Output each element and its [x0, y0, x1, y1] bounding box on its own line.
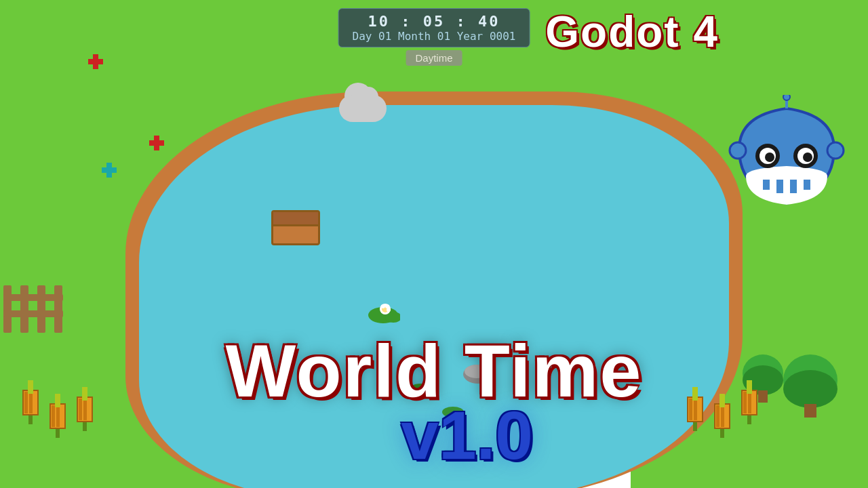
svg-rect-40	[3, 294, 63, 301]
svg-point-59	[803, 152, 812, 162]
chest	[271, 210, 320, 245]
svg-rect-22	[716, 405, 719, 427]
corn-right-3	[685, 384, 705, 441]
svg-rect-29	[692, 387, 698, 401]
svg-rect-39	[54, 285, 62, 333]
svg-rect-38	[37, 285, 45, 333]
svg-rect-2	[24, 392, 28, 413]
fence	[0, 282, 81, 339]
svg-rect-36	[3, 285, 12, 333]
svg-point-60	[783, 95, 790, 100]
svg-rect-13	[83, 399, 87, 420]
svg-point-46	[381, 304, 385, 308]
daytime-badge: Daytime	[406, 50, 462, 66]
svg-rect-12	[79, 399, 82, 420]
svg-point-61	[730, 142, 746, 159]
corn-left-2	[47, 390, 68, 447]
cloud-body	[339, 95, 387, 122]
time-text: 10 : 05 : 40	[353, 13, 516, 30]
svg-rect-35	[758, 390, 768, 403]
svg-point-31	[783, 370, 837, 408]
svg-point-62	[827, 142, 844, 159]
svg-rect-37	[20, 285, 28, 333]
svg-rect-32	[804, 404, 816, 418]
godot-title: Godot 4	[545, 7, 719, 57]
red-cross-1	[88, 54, 103, 69]
time-box: 10 : 05 : 40 Day 01 Month 01 Year 0001	[338, 8, 530, 47]
lily-pad	[366, 291, 400, 328]
svg-rect-17	[743, 392, 747, 413]
cloud	[339, 95, 387, 122]
svg-rect-9	[55, 394, 60, 407]
date-text: Day 01 Month 01 Year 0001	[353, 30, 516, 43]
teal-cross-1	[102, 163, 117, 178]
red-cross-2	[149, 136, 164, 150]
corn-left-1	[20, 377, 41, 434]
svg-point-48	[387, 308, 391, 312]
svg-rect-3	[29, 392, 33, 413]
corn-right-1	[739, 377, 760, 434]
svg-rect-24	[719, 394, 725, 407]
tree-right-1	[780, 350, 841, 420]
svg-rect-18	[748, 392, 751, 413]
svg-rect-8	[56, 405, 60, 427]
godot-logo	[726, 95, 848, 217]
hud-time-display: 10 : 05 : 40 Day 01 Month 01 Year 0001 D…	[338, 8, 530, 66]
svg-rect-7	[52, 405, 55, 427]
game-canvas: 10 : 05 : 40 Day 01 Month 01 Year 0001 D…	[0, 0, 868, 488]
svg-rect-4	[28, 380, 33, 394]
svg-rect-28	[694, 399, 697, 420]
svg-rect-27	[689, 399, 692, 420]
svg-point-58	[765, 152, 774, 162]
svg-rect-14	[82, 387, 87, 401]
svg-rect-41	[3, 310, 63, 317]
corn-right-2	[712, 390, 732, 447]
corn-left-3	[75, 384, 95, 441]
version-label: v1.0	[401, 396, 533, 474]
svg-rect-19	[747, 380, 752, 394]
svg-rect-23	[721, 405, 724, 427]
